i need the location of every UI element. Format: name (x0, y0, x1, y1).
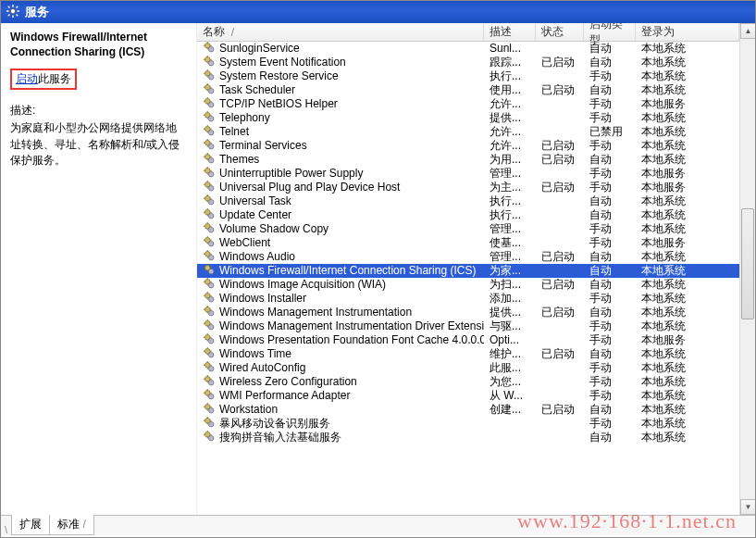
service-desc-text: 执行... (484, 69, 536, 83)
service-logon-text: 本地系统 (636, 361, 739, 375)
service-row[interactable]: Windows Management Instrumentation提供...已… (197, 306, 739, 319)
service-row[interactable]: Windows Audio管理...已启动自动本地系统 (197, 250, 739, 264)
service-status-text (536, 236, 584, 250)
service-row[interactable]: Universal Task执行...自动本地系统 (197, 194, 739, 208)
service-desc-text: 跟踪... (484, 56, 536, 69)
service-gear-icon (203, 292, 216, 306)
service-row[interactable]: Windows Management Instrumentation Drive… (197, 319, 739, 333)
tab-standard[interactable]: 标准 / (49, 515, 94, 535)
start-service-box: 启动此服务 (10, 69, 77, 90)
service-status-text: 已启动 (536, 153, 584, 167)
content-area: Windows Firewall/Internet Connection Sha… (1, 23, 755, 515)
header-name[interactable]: 名称 / (197, 23, 484, 41)
service-row[interactable]: Windows Presentation Foundation Font Cac… (197, 333, 739, 347)
service-gear-icon (203, 56, 216, 69)
service-logon-text: 本地系统 (636, 347, 739, 361)
service-desc-text: 管理... (484, 250, 536, 264)
service-name-text: 搜狗拼音输入法基础服务 (219, 431, 341, 444)
service-startup-text: 自动 (584, 250, 636, 264)
service-row[interactable]: Workstation创建...已启动自动本地系统 (197, 403, 739, 417)
scroll-thumb[interactable] (741, 208, 754, 319)
service-name-text: Wired AutoConfig (219, 361, 305, 375)
tab-extended[interactable]: 扩展 (11, 515, 50, 535)
service-logon-text: 本地服务 (636, 236, 739, 250)
svg-point-28 (208, 88, 214, 94)
service-row[interactable]: System Restore Service执行...手动本地系统 (197, 69, 739, 83)
svg-point-40 (208, 116, 214, 121)
service-gear-icon (203, 42, 216, 56)
service-row[interactable]: 暴风移动设备识别服务手动本地系统 (197, 417, 739, 431)
service-status-text (536, 111, 584, 125)
service-row[interactable]: Uninterruptible Power Supply管理...手动本地服务 (197, 167, 739, 181)
service-desc-text: 为扫... (484, 278, 536, 292)
service-gear-icon (203, 431, 216, 444)
service-gear-icon (203, 97, 216, 111)
service-desc-text: 允许... (484, 139, 536, 153)
service-status-text: 已启动 (536, 56, 584, 69)
service-desc-text: 允许... (484, 125, 536, 139)
service-startup-text: 手动 (584, 97, 636, 111)
service-desc-text: 执行... (484, 194, 536, 208)
svg-line-7 (8, 14, 10, 16)
svg-point-64 (208, 171, 214, 177)
svg-point-22 (208, 74, 214, 80)
svg-point-10 (208, 46, 214, 52)
header-status[interactable]: 状态 (536, 23, 584, 41)
service-status-text: 已启动 (536, 347, 584, 361)
description-label: 描述: (10, 103, 187, 119)
service-gear-icon (203, 181, 216, 194)
scroll-up-button[interactable]: ▲ (740, 23, 755, 39)
service-row[interactable]: TCP/IP NetBIOS Helper允许...手动本地服务 (197, 97, 739, 111)
header-description[interactable]: 描述 (484, 23, 536, 41)
service-startup-text: 手动 (584, 389, 636, 403)
service-status-text (536, 375, 584, 389)
start-service-link[interactable]: 启动 (16, 72, 38, 85)
service-row[interactable]: Themes为用...已启动自动本地系统 (197, 153, 739, 167)
service-startup-text: 自动 (584, 194, 636, 208)
service-startup-text: 自动 (584, 431, 636, 444)
service-status-text (536, 69, 584, 83)
svg-point-118 (208, 296, 214, 302)
service-row[interactable]: Update Center执行...自动本地系统 (197, 208, 739, 222)
service-row[interactable]: SunloginServiceSunl...自动本地系统 (197, 42, 739, 56)
service-desc-text: 创建... (484, 403, 536, 417)
service-row[interactable]: Terminal Services允许...已启动手动本地系统 (197, 139, 739, 153)
service-desc-text: 使用... (484, 83, 536, 97)
header-startup-type[interactable]: 启动类型 (584, 23, 636, 41)
service-row[interactable]: Wired AutoConfig此服...手动本地系统 (197, 361, 739, 375)
service-name-text: Update Center (219, 208, 291, 222)
service-gear-icon (203, 417, 216, 431)
service-row[interactable]: WMI Performance Adapter从 W...手动本地系统 (197, 389, 739, 403)
service-row[interactable]: Volume Shadow Copy管理...手动本地系统 (197, 222, 739, 236)
service-startup-text: 自动 (584, 83, 636, 97)
service-row[interactable]: Windows Installer添加...手动本地系统 (197, 292, 739, 306)
service-row[interactable]: Wireless Zero Configuration为您...手动本地系统 (197, 375, 739, 389)
service-row[interactable]: Windows Time维护...已启动自动本地系统 (197, 347, 739, 361)
service-row[interactable]: Task Scheduler使用...已启动自动本地系统 (197, 83, 739, 97)
service-row[interactable]: Windows Firewall/Internet Connection Sha… (197, 264, 739, 278)
service-row[interactable]: Windows Image Acquisition (WIA)为扫...已启动自… (197, 278, 739, 292)
header-logon-as[interactable]: 登录为 (636, 23, 739, 41)
service-desc-text: 提供... (484, 111, 536, 125)
service-gear-icon (203, 236, 216, 250)
service-startup-text: 自动 (584, 264, 636, 278)
service-row[interactable]: WebClient使基...手动本地服务 (197, 236, 739, 250)
service-logon-text: 本地系统 (636, 431, 739, 444)
service-name-text: 暴风移动设备识别服务 (219, 417, 330, 431)
service-row[interactable]: System Event Notification跟踪...已启动自动本地系统 (197, 56, 739, 69)
scroll-down-button[interactable]: ▼ (740, 499, 755, 515)
service-desc-text: 添加... (484, 292, 536, 306)
service-gear-icon (203, 375, 216, 389)
service-gear-icon (203, 278, 216, 292)
svg-point-100 (208, 255, 214, 260)
service-row[interactable]: Telephony提供...手动本地系统 (197, 111, 739, 125)
service-startup-text: 已禁用 (584, 125, 636, 139)
service-row[interactable]: 搜狗拼音输入法基础服务自动本地系统 (197, 431, 739, 444)
service-logon-text: 本地系统 (636, 139, 739, 153)
service-row[interactable]: Universal Plug and Play Device Host为主...… (197, 181, 739, 194)
service-name-text: Windows Image Acquisition (WIA) (219, 278, 386, 292)
service-row[interactable]: Telnet允许...已禁用本地系统 (197, 125, 739, 139)
service-logon-text: 本地系统 (636, 375, 739, 389)
service-logon-text: 本地系统 (636, 222, 739, 236)
vertical-scrollbar[interactable]: ▲ ▼ (739, 23, 755, 515)
